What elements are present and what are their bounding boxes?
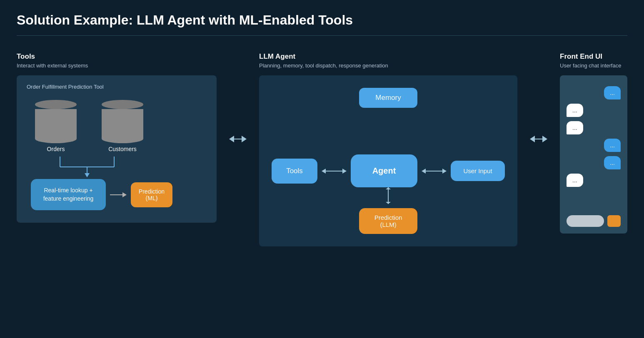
llm-column: LLM Agent Planning, memory, tool dispatc… [259, 52, 517, 246]
arrow-right-tools [110, 192, 127, 197]
agent-userinput-arrow [422, 169, 447, 174]
chat-input-row [567, 215, 621, 227]
right-arrow-head2 [542, 136, 547, 142]
prediction-llm-box: Prediction (LLM) [359, 208, 417, 234]
arrow-head [122, 192, 127, 197]
customers-db-body [102, 109, 143, 134]
user-input-node: User Input [451, 161, 505, 181]
chat-bubble-6: ... [567, 174, 583, 187]
connector-svg [39, 157, 156, 177]
right-arrow-head [242, 136, 247, 142]
orders-db-bottom [35, 134, 77, 143]
left-arrow-line [234, 139, 242, 139]
left-arrow [322, 169, 326, 174]
svg-marker-10 [386, 202, 391, 204]
agent-prediction-arrow [272, 187, 505, 208]
customers-db-bottom [102, 134, 143, 143]
arrow-line [110, 194, 122, 195]
svg-marker-4 [85, 173, 90, 177]
chat-bubble-3: ... [567, 121, 583, 134]
chat-input-bar[interactable] [567, 215, 604, 227]
chat-bubble-5: ... [604, 156, 621, 169]
left-arrow2 [422, 169, 426, 174]
db-row: Orders Customers [35, 100, 207, 152]
arrow-line2 [426, 171, 442, 171]
left-arrow-head [229, 136, 234, 142]
divider [17, 35, 627, 36]
prediction-ml-box: Prediction (ML) [131, 182, 172, 207]
customers-db: Customers [102, 100, 143, 152]
tools-label: Tools [17, 52, 217, 61]
right-arrow [342, 169, 347, 174]
frontend-label: Front End UI [560, 52, 627, 61]
left-arrow-head2 [530, 136, 535, 142]
orders-db-label: Orders [47, 146, 65, 152]
memory-box: Memory [359, 88, 417, 108]
orders-db: Orders [35, 100, 77, 152]
tools-sublabel: Interact with external systems [17, 62, 217, 69]
arrow-line [326, 171, 342, 171]
frontend-sublabel: User facing chat interface [560, 62, 627, 69]
chat-bubble-2: ... [567, 104, 583, 117]
outer-arrow-right [530, 136, 547, 142]
llm-label: LLM Agent [259, 52, 517, 61]
llm-sublabel: Planning, memory, tool dispatch, respons… [259, 62, 517, 69]
bottom-row: Real-time lookup + feature engineering P… [31, 179, 207, 210]
chat-bubble-4: ... [604, 139, 621, 152]
frontend-column: Front End UI User facing chat interface … [560, 52, 627, 234]
tools-box: Order Fulfillment Prediction Tool Orders… [17, 75, 217, 223]
vert-arrow-svg2 [384, 187, 392, 208]
orders-db-top [35, 100, 77, 109]
frontend-box: ... ... ... ... ... ... [560, 75, 627, 234]
chat-bubble-1: ... [604, 86, 621, 99]
orders-db-body [35, 109, 77, 134]
right-arrow-line2 [535, 139, 542, 139]
prediction-llm-section: Prediction (LLM) [272, 208, 505, 234]
agent-row: Tools Agent User Input [272, 154, 505, 187]
agent-node: Agent [351, 154, 417, 187]
chat-messages: ... ... ... ... ... ... [567, 82, 621, 211]
outer-arrow-left [229, 136, 247, 142]
realtime-box: Real-time lookup + feature engineering [31, 179, 106, 210]
chat-send-button[interactable] [607, 215, 621, 227]
tools-agent-arrow [322, 169, 347, 174]
customers-db-label: Customers [108, 146, 137, 152]
tools-box-title: Order Fulfillment Prediction Tool [27, 84, 207, 90]
svg-marker-9 [386, 187, 391, 189]
tools-node: Tools [272, 159, 317, 184]
right-arrow2 [442, 169, 447, 174]
customers-db-top [102, 100, 143, 109]
tools-column: Tools Interact with external systems Ord… [17, 52, 217, 223]
main-content: Tools Interact with external systems Ord… [17, 52, 627, 246]
llm-box: Memory Tools Agent [259, 75, 517, 246]
page-title: Solution Example: LLM Agent with ML-Enab… [17, 12, 627, 28]
